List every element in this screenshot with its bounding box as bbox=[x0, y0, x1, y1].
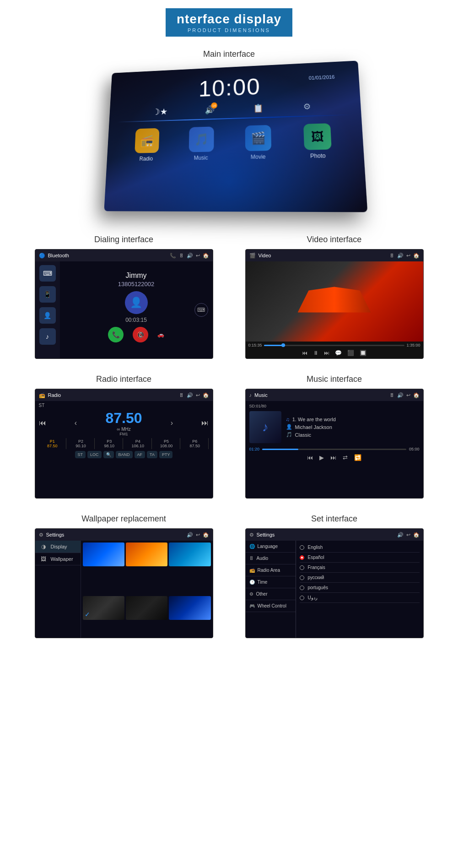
music-prev-btn[interactable]: ⏮ bbox=[307, 454, 313, 461]
set-audio[interactable]: 🎚 Audio bbox=[246, 553, 296, 564]
btn-pty[interactable]: PTY bbox=[159, 451, 173, 458]
app-movie[interactable]: 🎬 Movie bbox=[245, 125, 271, 160]
wp-thumb-3[interactable] bbox=[169, 542, 210, 566]
set-wheel[interactable]: 🎮 Wheel Control bbox=[246, 600, 296, 612]
lang-portugues-label: português bbox=[308, 585, 328, 590]
video-subtitle-btn[interactable]: 💬 bbox=[335, 350, 342, 356]
radio-skip-prev[interactable]: ⏮ bbox=[39, 419, 46, 427]
show-keypad-btn[interactable]: ⌨ bbox=[194, 303, 208, 317]
set-interface-label: Set interface bbox=[311, 514, 357, 524]
music-progress-bar[interactable] bbox=[262, 449, 406, 450]
app-photo[interactable]: 🖼 Photo bbox=[303, 123, 332, 159]
lang-portugues[interactable]: português bbox=[300, 583, 420, 593]
dial-sidebar: ⌨ 📱 👤 ♪ bbox=[35, 261, 60, 358]
music-play-btn[interactable]: ▶ bbox=[319, 454, 324, 461]
preset-3[interactable]: P3 98.10 bbox=[96, 438, 123, 449]
video-next-btn[interactable]: ⏭ bbox=[324, 350, 329, 356]
col-music: Music interface ♪ Music 🎚 🔊 ↩ 🏠 SD:01/80… bbox=[229, 362, 440, 499]
app-radio[interactable]: 📻 Radio bbox=[134, 128, 159, 162]
preset-1[interactable]: P1 87.50 bbox=[39, 438, 66, 449]
btn-band[interactable]: BAND bbox=[116, 451, 133, 458]
music-btn-row: ⏮ ▶ ⏭ ⇄ 🔁 bbox=[249, 454, 420, 461]
video-thumbnail bbox=[246, 261, 423, 342]
btn-af[interactable]: AF bbox=[135, 451, 145, 458]
dial-avatar: 👤 bbox=[125, 291, 148, 314]
set-time[interactable]: 🕐 Time bbox=[246, 576, 296, 588]
radio-dot-portugues bbox=[300, 586, 304, 590]
recent-btn[interactable]: 👤 bbox=[39, 307, 56, 324]
radio-skip-next[interactable]: ⏭ bbox=[201, 419, 209, 427]
video-car-shape bbox=[298, 283, 371, 320]
dial-main-wrapper: Jimmy 13805122002 👤 00:03:15 📞 📵 🚗 ⌨ bbox=[60, 261, 213, 358]
wp-thumb-5[interactable] bbox=[126, 596, 167, 620]
btn-ta[interactable]: TA bbox=[147, 451, 157, 458]
video-screen-btn[interactable]: 🔲 bbox=[360, 350, 366, 356]
wp-thumb-6[interactable] bbox=[169, 596, 210, 620]
app-music[interactable]: 🎵 Music bbox=[188, 126, 213, 161]
wp-thumb-4[interactable]: ✓ bbox=[83, 596, 124, 620]
speaker-badge: 16 bbox=[211, 102, 217, 108]
wp-thumb-1[interactable] bbox=[83, 542, 124, 566]
video-play-btn[interactable]: ⏸ bbox=[313, 350, 318, 356]
preset-6[interactable]: P6 87.50 bbox=[181, 438, 209, 449]
lang-urdu[interactable]: Uردو bbox=[300, 593, 420, 603]
wp-selected-check: ✓ bbox=[85, 611, 90, 618]
wallpaper-header-title: Settings bbox=[46, 532, 184, 537]
header-title: nterface display bbox=[177, 12, 281, 27]
radio-next[interactable]: › bbox=[171, 419, 173, 427]
music-next-btn[interactable]: ⏭ bbox=[330, 454, 336, 461]
video-label: Video interface bbox=[307, 235, 362, 244]
radio-body: ST ⏮ ‹ 87.50 ∞ MHz FM1 › ⏭ P1 87.50 bbox=[35, 401, 213, 498]
col-video: Video interface 🎬 Video 🎚 🔊 ↩ 🏠 0:15:35 bbox=[229, 222, 440, 359]
video-aspect-btn[interactable]: ⬛ bbox=[347, 350, 354, 356]
btn-loc[interactable]: LOC bbox=[87, 451, 102, 458]
radio-area-icon: 📻 bbox=[249, 568, 255, 573]
set-other[interactable]: ⚙ Other bbox=[246, 588, 296, 600]
music-section-label: Music interface bbox=[307, 374, 362, 384]
video-progress-bar[interactable] bbox=[264, 345, 405, 346]
language-label: Language bbox=[258, 544, 278, 549]
set-header: ⚙ Settings 🔊 ↩ 🏠 bbox=[246, 529, 423, 541]
btn-st[interactable]: ST bbox=[75, 451, 86, 458]
lang-english[interactable]: English bbox=[300, 542, 420, 553]
btn-search[interactable]: 🔍 bbox=[103, 451, 114, 458]
video-time-total: 1:35:00 bbox=[406, 343, 420, 347]
m-music-icon: ♪ bbox=[249, 392, 252, 398]
answer-btn[interactable]: 📞 bbox=[108, 327, 124, 342]
dial-body: ⌨ 📱 👤 ♪ Jimmy 13805122002 👤 00:03:15 📞 📵 bbox=[35, 261, 213, 358]
display-icon: ◑ bbox=[40, 543, 47, 550]
lang-francais[interactable]: Français bbox=[300, 563, 420, 573]
col-wallpaper: Wallpaper replacement ⚙ Settings 🔊 ↩ 🏠 ◑… bbox=[19, 501, 229, 638]
music-genre: Classic bbox=[295, 432, 311, 438]
volume-icon: 🔊 bbox=[187, 253, 193, 259]
settings-display[interactable]: ◑ Display bbox=[35, 541, 81, 553]
wallpaper-grid: ✓ bbox=[81, 541, 213, 638]
lang-urdu-label: Uردو bbox=[308, 595, 318, 600]
contacts-btn[interactable]: 📱 bbox=[39, 286, 56, 303]
music-progress-row: 01:20 05:00 bbox=[249, 447, 420, 451]
radio-dot-russian bbox=[300, 575, 304, 580]
hangup-btn[interactable]: 📵 bbox=[133, 327, 148, 342]
keypad-btn[interactable]: ⌨ bbox=[39, 265, 56, 282]
preset-5[interactable]: P5 108.00 bbox=[153, 438, 180, 449]
lang-espanol[interactable]: Español bbox=[300, 553, 420, 563]
music-btn-sidebar[interactable]: ♪ bbox=[39, 328, 56, 345]
radio-prev[interactable]: ‹ bbox=[75, 419, 77, 427]
music-repeat-btn[interactable]: 🔁 bbox=[354, 454, 361, 461]
wp-thumb-2[interactable] bbox=[126, 542, 167, 566]
video-controls: 0:15:35 1:35:00 ⏮ ⏸ ⏭ 💬 ⬛ 🔲 bbox=[246, 342, 423, 358]
preset-2[interactable]: P2 90.10 bbox=[67, 438, 95, 449]
settings-wallpaper[interactable]: 🖼 Wallpaper bbox=[35, 553, 81, 565]
photo-icon: 🖼 bbox=[303, 123, 331, 150]
radio-band: FM1 bbox=[119, 432, 128, 436]
set-back-icon: ↩ bbox=[406, 532, 410, 538]
video-prev-btn[interactable]: ⏮ bbox=[302, 350, 307, 356]
preset-4[interactable]: P4 106.10 bbox=[124, 438, 151, 449]
lang-russian[interactable]: русский bbox=[300, 573, 420, 583]
set-body: 🌐 Language 🎚 Audio 📻 Radio Area 🕐 Time bbox=[246, 541, 423, 638]
set-language[interactable]: 🌐 Language bbox=[246, 541, 296, 553]
music-shuffle-btn[interactable]: ⇄ bbox=[343, 454, 348, 461]
set-radio-area[interactable]: 📻 Radio Area bbox=[246, 564, 296, 576]
lang-english-label: English bbox=[308, 545, 323, 550]
row-wallpaper-set: Wallpaper replacement ⚙ Settings 🔊 ↩ 🏠 ◑… bbox=[19, 501, 440, 638]
